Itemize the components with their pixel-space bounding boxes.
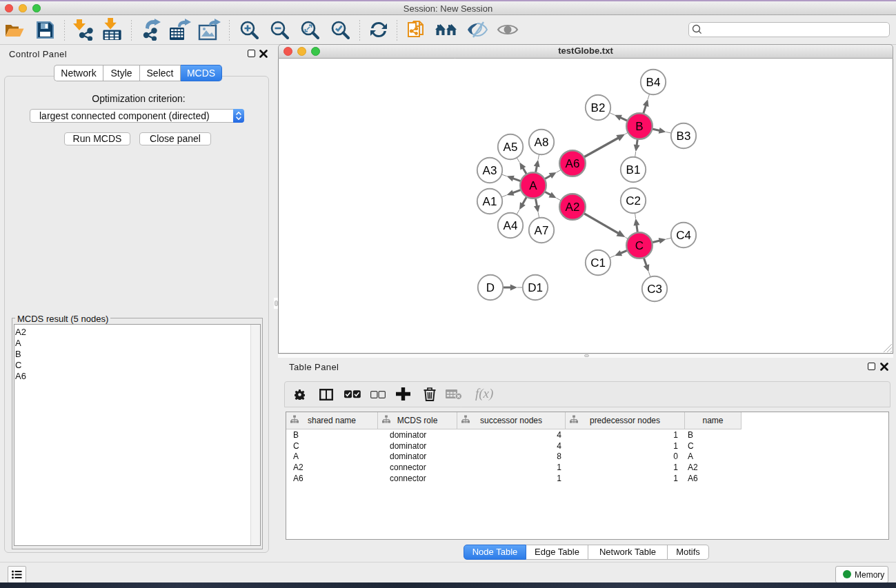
svg-text:B4: B4: [646, 76, 661, 89]
svg-text:B2: B2: [591, 101, 606, 114]
svg-text:C2: C2: [626, 194, 641, 207]
svg-text:A5: A5: [504, 141, 518, 154]
svg-text:D: D: [486, 281, 495, 294]
svg-text:C4: C4: [676, 229, 691, 242]
svg-text:A8: A8: [535, 136, 549, 149]
svg-text:A1: A1: [483, 195, 497, 208]
svg-text:B1: B1: [626, 163, 641, 176]
svg-text:A4: A4: [504, 219, 518, 232]
svg-text:A2: A2: [566, 201, 580, 214]
svg-text:A3: A3: [483, 164, 497, 177]
svg-text:C3: C3: [647, 283, 662, 296]
svg-text:A: A: [529, 179, 537, 192]
svg-text:C1: C1: [590, 256, 606, 270]
svg-text:A7: A7: [535, 224, 549, 237]
svg-text:B3: B3: [677, 130, 691, 143]
svg-text:B: B: [635, 120, 643, 133]
svg-text:D1: D1: [528, 281, 543, 294]
svg-text:C: C: [635, 239, 644, 252]
svg-text:A6: A6: [566, 157, 580, 170]
